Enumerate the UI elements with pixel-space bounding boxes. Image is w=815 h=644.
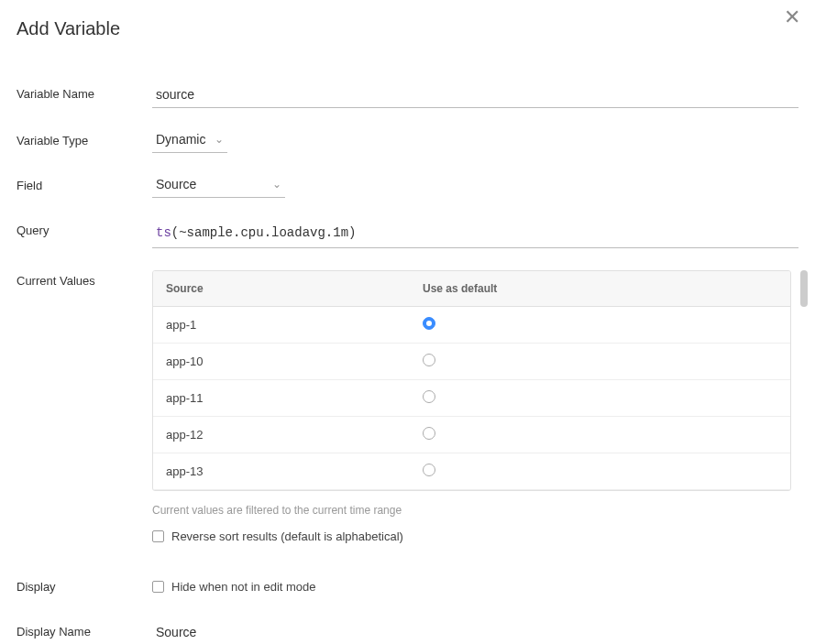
default-radio[interactable]	[423, 317, 435, 330]
field-select[interactable]: Source ⌄	[152, 175, 285, 198]
scrollbar-thumb[interactable]	[800, 270, 808, 307]
query-fn: ts	[156, 225, 171, 240]
reverse-sort-label: Reverse sort results (default is alphabe…	[171, 529, 403, 543]
reverse-sort-checkbox[interactable]	[152, 530, 164, 542]
source-cell: app-1	[153, 307, 410, 343]
table-row: app-11	[153, 380, 790, 417]
default-radio[interactable]	[423, 354, 435, 366]
source-cell: app-12	[153, 417, 410, 453]
hide-edit-checkbox[interactable]	[152, 581, 164, 593]
variable-type-label: Variable Type	[17, 130, 152, 147]
modal-title: Add Variable	[17, 18, 798, 39]
variable-name-input[interactable]	[152, 83, 798, 108]
display-name-label: Display Name	[17, 621, 152, 639]
values-scroll[interactable]: app-1app-10app-11app-12app-13	[153, 307, 790, 490]
column-header-source: Source	[153, 271, 410, 306]
default-cell	[410, 344, 790, 378]
table-row: app-13	[153, 453, 790, 490]
field-label: Field	[17, 175, 152, 192]
current-values-label: Current Values	[17, 270, 152, 288]
add-variable-modal: ✕ Add Variable Variable Name Variable Ty…	[0, 0, 815, 644]
query-label: Query	[17, 220, 152, 237]
column-header-default: Use as default	[410, 271, 790, 306]
field-value: Source	[156, 177, 196, 191]
default-cell	[410, 381, 790, 415]
default-radio[interactable]	[423, 390, 435, 403]
table-row: app-1	[153, 307, 790, 344]
default-radio[interactable]	[423, 464, 435, 476]
close-button[interactable]: ✕	[784, 7, 800, 27]
query-input[interactable]: ts(~sample.cpu.loadavg.1m)	[152, 220, 798, 248]
filter-hint: Current values are filtered to the curre…	[152, 504, 798, 517]
default-radio[interactable]	[423, 427, 435, 440]
source-cell: app-10	[153, 344, 410, 379]
display-name-input[interactable]	[152, 621, 798, 644]
table-row: app-10	[153, 344, 790, 380]
source-cell: app-13	[153, 453, 410, 489]
values-table: Source Use as default app-1app-10app-11a…	[152, 270, 791, 491]
query-arg: (~sample.cpu.loadavg.1m)	[171, 225, 357, 240]
table-row: app-12	[153, 417, 790, 453]
display-label: Display	[17, 576, 152, 594]
variable-type-select[interactable]: Dynamic ⌄	[152, 130, 227, 153]
variable-type-value: Dynamic	[156, 132, 205, 147]
default-cell	[410, 418, 790, 452]
default-cell	[410, 454, 790, 488]
chevron-down-icon: ⌄	[215, 133, 224, 146]
hide-edit-label: Hide when not in edit mode	[171, 580, 316, 594]
close-icon: ✕	[784, 5, 800, 28]
chevron-down-icon: ⌄	[272, 178, 281, 191]
variable-name-label: Variable Name	[17, 83, 152, 101]
source-cell: app-11	[153, 380, 410, 416]
default-cell	[410, 308, 790, 342]
